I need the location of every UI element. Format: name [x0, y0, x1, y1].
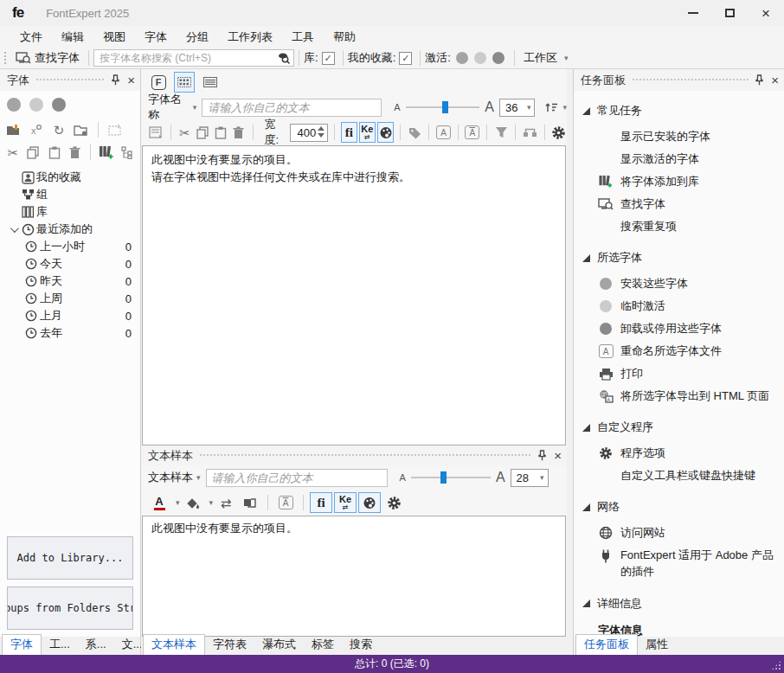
- task-install-fonts[interactable]: 安装这些字体: [582, 272, 784, 295]
- tab-text-samples[interactable]: 文本样本: [143, 634, 205, 655]
- tab-waterfall[interactable]: 瀑布式: [254, 635, 304, 655]
- tree-item-libraries[interactable]: 库: [0, 203, 140, 221]
- spin-up-icon[interactable]: [318, 126, 325, 131]
- font-info-display-button[interactable]: A: [465, 122, 481, 143]
- tags-button[interactable]: [407, 122, 423, 143]
- menu-file[interactable]: 文件: [10, 27, 52, 48]
- installed-dot-icon[interactable]: [7, 98, 21, 112]
- deactivated-dot-icon[interactable]: [52, 98, 66, 112]
- task-visit-website[interactable]: 访问网站: [582, 522, 784, 544]
- folder-options-button[interactable]: [71, 120, 92, 139]
- cut-button[interactable]: ✂: [3, 143, 22, 162]
- slider-handle[interactable]: [442, 101, 448, 113]
- maximize-button[interactable]: [711, 0, 748, 26]
- close-panel-icon[interactable]: ×: [127, 73, 135, 87]
- pin-icon[interactable]: [111, 74, 120, 86]
- menu-groups[interactable]: 分组: [177, 27, 218, 48]
- tab-fonts[interactable]: 字体: [2, 634, 42, 655]
- sort-selector[interactable]: ▾: [545, 101, 567, 113]
- menu-help[interactable]: 帮助: [324, 27, 365, 48]
- kerning-toggle[interactable]: Ke ⇄: [334, 492, 357, 513]
- menu-tools[interactable]: 工具: [282, 27, 324, 48]
- detach-button[interactable]: x: [26, 120, 47, 139]
- sample-options-button[interactable]: [382, 492, 405, 513]
- pin-icon[interactable]: [755, 74, 764, 86]
- ligatures-toggle[interactable]: fi: [341, 122, 357, 143]
- menu-view[interactable]: 视图: [93, 27, 135, 48]
- section-web[interactable]: 网络: [582, 499, 784, 515]
- chevron-down-icon[interactable]: ▾: [209, 498, 214, 507]
- resize-grip-icon[interactable]: [771, 660, 781, 670]
- tab-properties[interactable]: 属性: [638, 635, 676, 655]
- task-rename-font-files[interactable]: A 重命名所选字体文件: [582, 340, 784, 362]
- font-size-slider[interactable]: [406, 101, 480, 113]
- task-activate-temporarily[interactable]: 临时激活: [582, 295, 784, 317]
- toolbar-grip[interactable]: [3, 51, 7, 65]
- color-toggle[interactable]: [358, 492, 381, 513]
- task-search-duplicates[interactable]: 搜索重复项: [582, 215, 784, 238]
- deactivated-dot-icon[interactable]: [492, 52, 504, 64]
- task-customize-toolbars[interactable]: 自定义工具栏或键盘快捷键: [582, 465, 784, 487]
- delete-button[interactable]: [66, 143, 85, 162]
- task-show-installed[interactable]: 显示已安装的字体: [582, 125, 784, 148]
- show-font-name-button[interactable]: A: [274, 492, 297, 513]
- section-details[interactable]: 详细信息: [582, 596, 784, 612]
- tree-item-yesterday[interactable]: 昨天 0: [0, 272, 140, 290]
- library-checkbox[interactable]: ✓: [322, 52, 335, 65]
- temporary-dot-icon[interactable]: [474, 52, 486, 64]
- width-spinner[interactable]: 400: [290, 124, 328, 142]
- tree-expander-icon[interactable]: [7, 227, 19, 233]
- add-to-library-button[interactable]: Add to Library...: [7, 536, 133, 580]
- view-options-button[interactable]: [550, 122, 567, 143]
- favorites-checkbox[interactable]: ✓: [399, 52, 412, 65]
- copy-button[interactable]: [195, 122, 211, 143]
- tab-search[interactable]: 搜索: [342, 635, 380, 655]
- sample-size-select[interactable]: 28 ▾: [511, 469, 549, 487]
- task-print[interactable]: 打印: [582, 362, 784, 385]
- background-color-button[interactable]: [182, 492, 204, 513]
- tree-item-last-year[interactable]: 去年 0: [0, 324, 140, 342]
- spinner-arrows[interactable]: [318, 126, 325, 138]
- slider-handle[interactable]: [440, 471, 447, 484]
- font-search-input[interactable]: [93, 49, 294, 67]
- font-size-select[interactable]: 36 ▾: [499, 99, 536, 117]
- close-panel-icon[interactable]: ×: [771, 73, 779, 87]
- task-find-font[interactable]: 查找字体: [582, 193, 784, 215]
- add-to-library-button-icon[interactable]: [97, 143, 116, 162]
- task-program-options[interactable]: 程序选项: [582, 442, 784, 465]
- font-list-view[interactable]: 此视图中没有要显示的项目。 请在字体视图中选择任何文件夹或在库中进行搜索。: [142, 145, 566, 445]
- tab-task-panel[interactable]: 任务面板: [575, 634, 638, 655]
- pin-icon[interactable]: [537, 450, 547, 461]
- groups-structure-button[interactable]: [118, 143, 137, 162]
- properties-list-button[interactable]: [148, 122, 164, 143]
- tree-item-recently-added[interactable]: 最近添加的: [0, 221, 140, 238]
- groups-from-folders-button[interactable]: roups from Folders Stru: [7, 586, 133, 630]
- close-button[interactable]: ×: [748, 0, 784, 26]
- tree-item-last-month[interactable]: 上月 0: [0, 307, 140, 324]
- view-mode-list-button[interactable]: [200, 72, 221, 93]
- installed-dot-icon[interactable]: [456, 52, 468, 64]
- sample-mode-selector[interactable]: 文本样本 ▾: [148, 470, 201, 485]
- cut-button[interactable]: ✂: [177, 122, 193, 143]
- chevron-down-icon[interactable]: ▾: [176, 498, 180, 507]
- section-common-tasks[interactable]: 常见任务: [582, 103, 784, 119]
- sample-text-input[interactable]: [206, 469, 388, 487]
- filter-button[interactable]: [493, 122, 510, 143]
- copy-sample-button[interactable]: [239, 492, 261, 513]
- font-name-display-button[interactable]: A: [435, 122, 452, 143]
- section-selected-fonts[interactable]: 所选字体: [582, 250, 784, 266]
- display-mode-selector[interactable]: 字体名称 ▾: [148, 92, 196, 123]
- tab-worklists[interactable]: 工...: [42, 635, 78, 655]
- kerning-toggle[interactable]: Ke ⇄: [359, 122, 376, 143]
- tab-character-table[interactable]: 字符表: [205, 635, 254, 655]
- ligatures-toggle[interactable]: fi: [310, 492, 332, 513]
- tree-item-last-hour[interactable]: 上一小时 0: [0, 238, 140, 255]
- tab-tags[interactable]: 标签: [304, 635, 342, 655]
- sample-size-slider[interactable]: [411, 471, 491, 484]
- task-uninstall-fonts[interactable]: 卸载或停用这些字体: [582, 317, 784, 340]
- task-add-fonts-to-library[interactable]: 将字体添加到库: [582, 170, 784, 193]
- tree-item-groups[interactable]: 组: [0, 186, 140, 203]
- find-font-button[interactable]: 查找字体: [11, 48, 84, 67]
- workspace-selector[interactable]: 工作区 ▾: [519, 48, 573, 67]
- flip-direction-button[interactable]: ⇄: [215, 492, 237, 513]
